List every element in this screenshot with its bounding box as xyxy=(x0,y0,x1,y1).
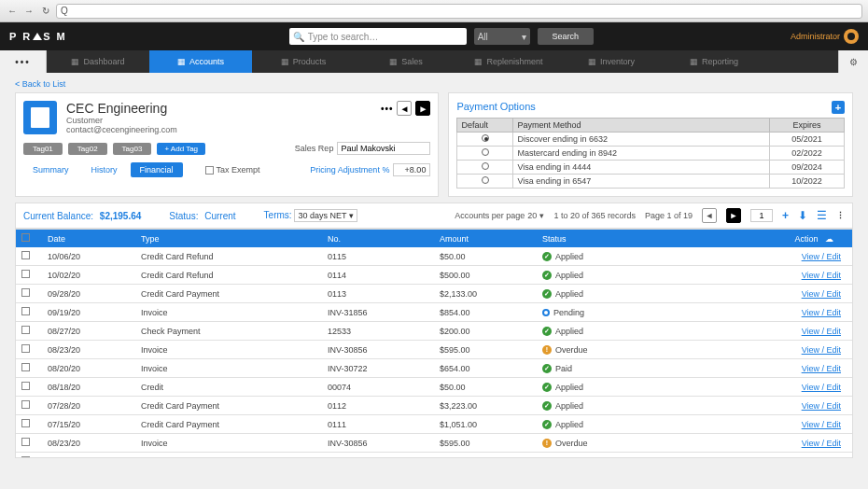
chevron-down-icon: ▾ xyxy=(539,211,544,220)
view-edit-link[interactable]: View / Edit xyxy=(802,383,841,392)
view-edit-link[interactable]: View / Edit xyxy=(802,345,841,355)
add-row-button[interactable]: + xyxy=(782,209,789,222)
payment-row[interactable]: Mastercard ending in 894202/2022 xyxy=(457,147,845,161)
nav-tab-sales[interactable]: ▦ Sales xyxy=(355,50,457,73)
row-checkbox[interactable] xyxy=(21,288,30,297)
summary-bar: Current Balance: $2,195.64 Status: Curre… xyxy=(15,203,853,229)
search-icon: 🔍 xyxy=(293,32,304,42)
cell-no: 0111 xyxy=(322,415,434,434)
global-search-input[interactable]: 🔍 Type to search… xyxy=(289,28,467,45)
row-checkbox[interactable] xyxy=(21,270,30,278)
nav-tab-accounts[interactable]: ▦ Accounts xyxy=(149,50,252,73)
nav-tab-replenishment[interactable]: ▦ Replenishment xyxy=(457,50,560,73)
tag[interactable]: Tag02 xyxy=(68,143,107,155)
row-checkbox[interactable] xyxy=(21,363,30,371)
add-tag-button[interactable]: + Add Tag xyxy=(157,143,205,155)
row-checkbox[interactable] xyxy=(21,456,30,458)
pricing-adj-value[interactable]: +8.00 xyxy=(393,163,430,176)
view-edit-link[interactable]: View / Edit xyxy=(802,401,841,411)
subtab-financial[interactable]: Financial xyxy=(131,162,183,177)
gear-icon: ⚙ xyxy=(849,57,858,67)
cell-amount: $595.00 xyxy=(434,434,537,453)
view-edit-link[interactable]: View / Edit xyxy=(802,271,841,280)
cell-amount: $200.00 xyxy=(434,322,537,341)
nav-bar: ••• ▦ Dashboard▦ Accounts▦ Products▦ Sal… xyxy=(0,50,868,73)
cell-no: INV-30722 xyxy=(322,453,434,459)
terms-select[interactable]: 30 days NET ▾ xyxy=(294,209,357,222)
view-edit-link[interactable]: View / Edit xyxy=(802,289,841,299)
nav-more-button[interactable]: ••• xyxy=(0,50,47,73)
cell-amount: $854.00 xyxy=(434,303,537,322)
cell-no: INV-30856 xyxy=(322,341,434,359)
panel-next-button[interactable]: ► xyxy=(415,101,430,116)
panel-more-icon[interactable]: ••• xyxy=(381,104,394,114)
tag[interactable]: Tag03 xyxy=(113,143,152,155)
table-more-button[interactable]: ⋮ xyxy=(836,211,845,220)
view-edit-link[interactable]: View / Edit xyxy=(802,364,841,373)
view-edit-link[interactable]: View / Edit xyxy=(802,439,841,448)
view-edit-link[interactable]: View / Edit xyxy=(802,327,841,336)
add-payment-button[interactable]: + xyxy=(832,101,845,114)
cloud-icon[interactable]: ☁ xyxy=(825,234,833,244)
row-checkbox[interactable] xyxy=(21,326,30,334)
settings-button[interactable]: ⚙ xyxy=(838,50,868,73)
per-page-select[interactable]: Accounts per page 20 ▾ xyxy=(455,211,544,220)
default-radio[interactable] xyxy=(482,148,489,156)
row-checkbox[interactable] xyxy=(21,307,30,315)
nav-tab-inventory[interactable]: ▦ Inventory xyxy=(560,50,663,73)
browser-back-icon[interactable]: ← xyxy=(6,5,19,18)
tag[interactable]: Tag01 xyxy=(23,143,63,155)
filter-button[interactable]: ☰ xyxy=(817,209,827,222)
address-bar[interactable]: Q xyxy=(56,4,862,19)
nav-tab-reporting[interactable]: ▦ Reporting xyxy=(663,50,765,73)
cell-no: 0113 xyxy=(322,285,434,303)
page-next-button[interactable]: ► xyxy=(726,208,741,223)
row-checkbox[interactable] xyxy=(21,419,30,427)
payment-row[interactable]: Visa ending in 444409/2024 xyxy=(457,161,845,175)
tax-exempt-checkbox[interactable]: Tax Exempt xyxy=(205,165,260,175)
row-checkbox[interactable] xyxy=(21,438,30,446)
cell-type: Invoice xyxy=(135,341,322,359)
payment-row[interactable]: Discover ending in 663205/2021 xyxy=(457,133,845,147)
row-checkbox[interactable] xyxy=(21,400,30,409)
cell-amount: $50.00 xyxy=(434,378,537,397)
page-input[interactable] xyxy=(750,209,773,222)
payment-table: DefaultPayment MethodExpires Discover en… xyxy=(456,118,845,189)
search-filter-select[interactable]: All▾ xyxy=(474,28,530,45)
subtab-summary[interactable]: Summary xyxy=(23,162,78,177)
cell-type: Invoice xyxy=(135,434,322,453)
cell-type: Credit Card Payment xyxy=(135,397,322,415)
col-header xyxy=(16,230,42,247)
default-radio[interactable] xyxy=(482,134,489,142)
view-edit-link[interactable]: View / Edit xyxy=(802,252,841,261)
download-button[interactable]: ⬇ xyxy=(798,209,807,222)
panel-prev-button[interactable]: ◄ xyxy=(397,101,412,116)
default-radio[interactable] xyxy=(482,162,489,170)
back-to-list-link[interactable]: < Back to List xyxy=(15,79,65,89)
cell-amount: $1,051.00 xyxy=(434,415,537,434)
cell-type: Credit Card Refund xyxy=(135,266,322,285)
nav-tab-dashboard[interactable]: ▦ Dashboard xyxy=(47,50,149,73)
default-radio[interactable] xyxy=(482,176,489,184)
view-edit-link[interactable]: View / Edit xyxy=(802,420,841,429)
page-prev-button[interactable]: ◄ xyxy=(702,208,717,223)
search-button[interactable]: Search xyxy=(538,28,594,45)
view-edit-link[interactable]: View / Edit xyxy=(802,308,841,317)
payment-row[interactable]: Visa ending in 654710/2022 xyxy=(457,175,845,189)
browser-reload-icon[interactable]: ↻ xyxy=(39,5,52,18)
cell-status: ✓ Applied xyxy=(542,327,662,336)
sales-rep-input[interactable] xyxy=(337,142,430,155)
admin-user[interactable]: Administrator xyxy=(791,29,859,44)
row-checkbox[interactable] xyxy=(21,382,30,390)
row-checkbox[interactable] xyxy=(21,344,30,353)
table-row: 08/23/20InvoiceINV-30856$595.00! Overdue… xyxy=(16,341,852,359)
nav-tab-products[interactable]: ▦ Products xyxy=(252,50,355,73)
row-checkbox[interactable] xyxy=(21,251,30,259)
view-edit-link[interactable]: View / Edit xyxy=(802,457,841,459)
select-all-checkbox[interactable] xyxy=(21,233,30,242)
subtab-history[interactable]: History xyxy=(82,162,127,177)
browser-fwd-icon[interactable]: → xyxy=(22,5,35,18)
cell-amount: $595.00 xyxy=(434,341,537,359)
table-row: 09/19/20InvoiceINV-31856$854.00 PendingV… xyxy=(16,303,852,322)
table-row: 10/02/20Credit Card Refund0114$500.00✓ A… xyxy=(16,266,852,285)
